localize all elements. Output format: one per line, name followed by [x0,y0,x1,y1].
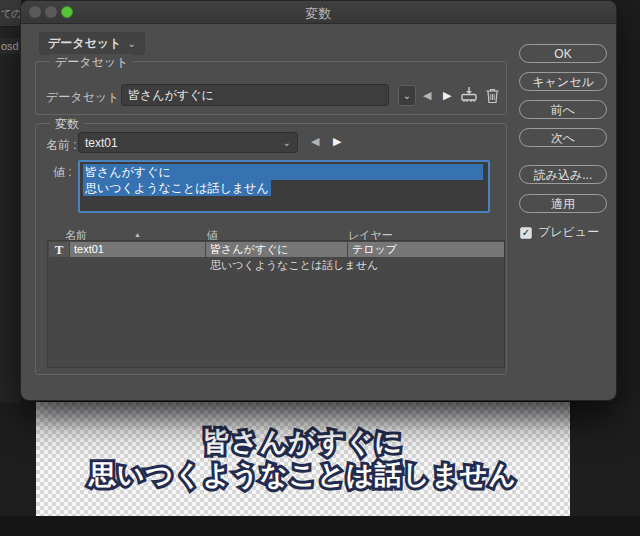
preview-checkbox-row[interactable]: ✓ プレビュー [520,224,599,241]
variable-name-label: 名前 : [46,137,77,154]
next-button[interactable]: 次へ [519,128,607,147]
dataset-name-input[interactable]: 皆さんがすぐに [121,84,389,106]
next-dataset-button[interactable]: ▶ [443,90,451,101]
delete-dataset-button[interactable] [483,85,501,105]
row-layer-cell: テロップ [348,242,504,257]
page-selector-label: データセット [48,35,121,52]
sort-asc-icon: ▲ [134,231,141,238]
ok-button[interactable]: OK [519,44,607,63]
save-dataset-button[interactable] [458,84,480,106]
page-selector-dropdown[interactable]: データセット ⌄ [39,32,145,55]
apply-button[interactable]: 適用 [519,194,607,213]
text-variable-icon: T [49,242,69,257]
cancel-button[interactable]: キャンセル [519,72,607,91]
dataset-dropdown-button[interactable]: ⌄ [398,85,416,106]
subtitle-line-1: 皆さんがすぐに [36,426,570,459]
save-dataset-icon [459,85,479,105]
variables-dialog: 変数 データセット ⌄ データセット データセット : 皆さんがすぐに ⌄ ◀ … [20,0,617,401]
next-variable-button[interactable]: ▶ [333,136,341,147]
trash-icon [485,87,500,104]
selected-text-line-1: 皆さんがすぐに [83,164,483,180]
dialog-titlebar[interactable]: 変数 [21,1,616,24]
variable-name-dropdown[interactable]: text01 ⌄ [78,132,298,153]
row-value-cell: 皆さんがすぐに [206,242,347,257]
row-value-cell-line2: 思いつくようなことは話しません [210,258,378,273]
variables-group-legend: 変数 [50,116,84,133]
dataset-group-legend: データセット [50,54,133,71]
chevron-down-icon: ⌄ [403,90,411,101]
previous-dataset-button[interactable]: ◀ [423,90,431,101]
bottom-strip [0,516,640,536]
background-window: てのウ osd ( [0,0,21,403]
chevron-down-icon: ⌄ [127,38,135,49]
variable-name-value: text01 [85,136,118,150]
document-canvas: 皆さんがすぐに 思いつくようなことは話しません [36,402,570,516]
dataset-field-label: データセット : [46,89,126,106]
dialog-title: 変数 [21,5,616,23]
preview-checkbox-label: プレビュー [538,224,599,241]
preview-checkbox[interactable]: ✓ [520,227,532,239]
row-name-cell: text01 [70,242,205,257]
variable-value-label: 値 : [53,164,72,181]
variables-table[interactable]: T text01 皆さんがすぐに テロップ 思いつくようなことは話しません [47,240,505,368]
selected-text-line-2: 思いつくようなことは話しません [83,180,271,196]
load-button[interactable]: 読み込み... [519,165,607,184]
previous-button[interactable]: 前へ [519,100,607,119]
chevron-down-icon: ⌄ [283,137,291,148]
subtitle-line-2: 思いつくようなことは話しません [36,459,570,492]
previous-variable-button[interactable]: ◀ [311,136,319,147]
check-icon: ✓ [522,228,530,238]
subtitle-text: 皆さんがすぐに 思いつくようなことは話しません [36,426,570,492]
variable-value-textarea[interactable]: 皆さんがすぐに思いつくようなことは話しません [78,160,490,213]
dataset-name-value: 皆さんがすぐに [128,87,214,104]
